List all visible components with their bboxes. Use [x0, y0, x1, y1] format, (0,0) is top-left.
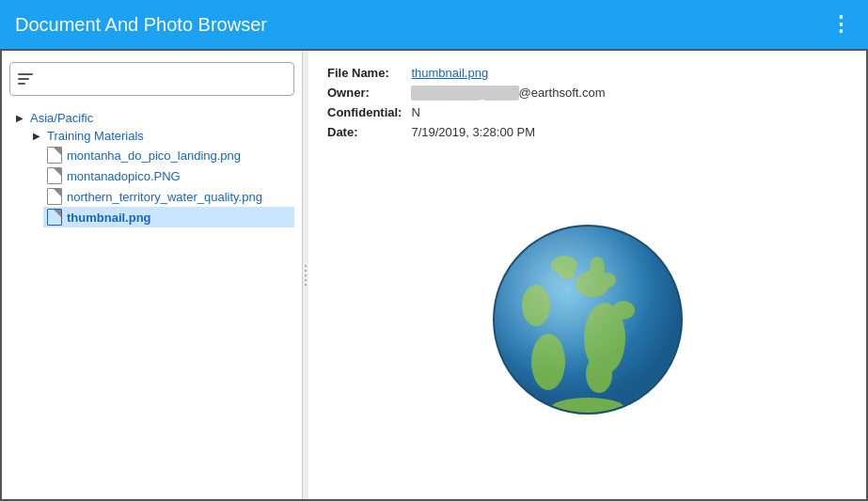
filter-icon [18, 73, 33, 85]
right-panel: File Name: thumbnail.png Owner: ████████… [308, 51, 866, 499]
file-icon-selected [47, 209, 62, 226]
more-options-button[interactable]: ⋮ [830, 12, 853, 37]
app-title: Document And Photo Browser [15, 14, 267, 36]
filename-value[interactable]: thumbnail.png [411, 66, 847, 80]
owner-label: Owner: [327, 86, 402, 100]
owner-value: ████████ ████@earthsoft.com [411, 86, 847, 100]
main-content: Asia/Pacific Training Materials montanha… [0, 49, 868, 501]
search-bar[interactable] [9, 62, 294, 96]
header: Document And Photo Browser ⋮ [0, 0, 868, 49]
tree-item-training-materials[interactable]: Training Materials [26, 127, 294, 145]
file-icon [47, 147, 62, 164]
tree-item-asia-pacific[interactable]: Asia/Pacific [9, 109, 294, 127]
search-input[interactable] [39, 72, 286, 86]
left-panel: Asia/Pacific Training Materials montanha… [2, 51, 303, 499]
tree-file-item[interactable]: northern_territory_water_quality.png [43, 186, 294, 207]
divider-handle [305, 265, 307, 286]
file-icon [47, 167, 62, 184]
tree-item-label: Training Materials [47, 129, 144, 143]
expand-arrow-icon [13, 112, 26, 125]
tree-file-item[interactable]: montanha_do_pico_landing.png [43, 145, 294, 165]
file-tree: Asia/Pacific Training Materials montanha… [9, 109, 294, 227]
tree-file-item[interactable]: montanadopico.PNG [43, 165, 294, 186]
file-label: montanha_do_pico_landing.png [67, 149, 241, 163]
file-label: northern_territory_water_quality.png [67, 190, 262, 204]
file-label: montanadopico.PNG [67, 169, 181, 183]
filename-label: File Name: [327, 66, 402, 80]
file-icon [47, 188, 62, 205]
asia-pacific-children: Training Materials montanha_do_pico_land… [9, 127, 294, 227]
tree-item-label: Asia/Pacific [30, 111, 93, 125]
file-info-grid: File Name: thumbnail.png Owner: ████████… [327, 66, 847, 139]
file-label-selected: thumbnail.png [67, 211, 151, 225]
svg-point-13 [494, 226, 682, 414]
globe-image [484, 216, 691, 423]
expand-arrow-icon [30, 130, 43, 143]
confidential-value: N [411, 105, 847, 119]
preview-area [327, 154, 847, 484]
confidential-label: Confidential: [327, 105, 402, 119]
date-value: 7/19/2019, 3:28:00 PM [411, 125, 847, 139]
training-materials-children: montanha_do_pico_landing.png montanadopi… [26, 145, 294, 227]
tree-file-selected[interactable]: thumbnail.png [43, 207, 294, 227]
date-label: Date: [327, 125, 402, 139]
